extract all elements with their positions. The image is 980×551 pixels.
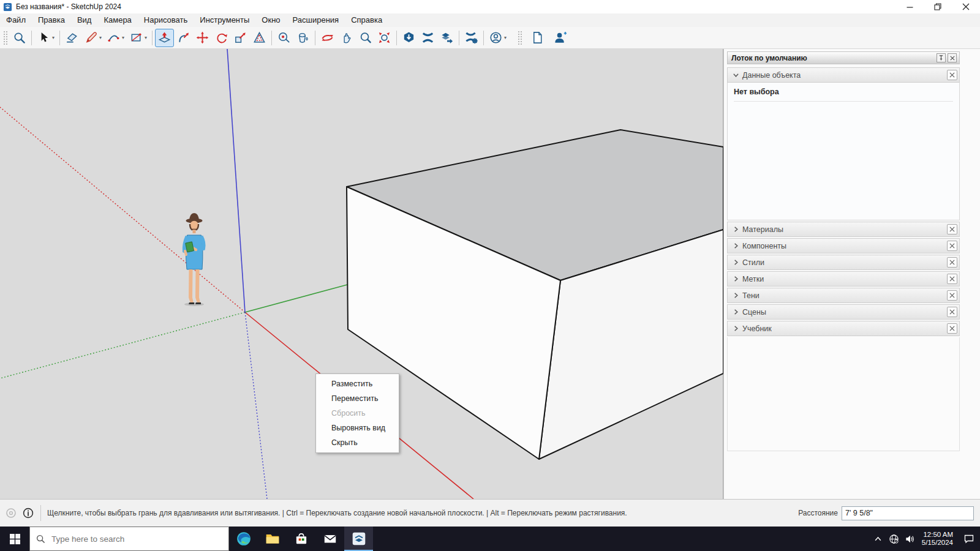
- followme-tool-button[interactable]: [174, 29, 193, 47]
- taskbar-app-file-explorer[interactable]: [258, 527, 287, 551]
- info-button[interactable]: [22, 507, 34, 519]
- close-button[interactable]: [952, 0, 980, 13]
- measurement-label: Расстояние: [798, 509, 838, 517]
- menu-window[interactable]: Окно: [255, 13, 286, 27]
- chevron-right-icon: [733, 276, 742, 282]
- context-item-reset: Сбросить: [316, 406, 399, 421]
- chevron-right-icon: [733, 292, 742, 299]
- menu-draw[interactable]: Нарисовать: [138, 13, 194, 27]
- eraser-tool-button[interactable]: [62, 29, 81, 47]
- geolocation-button[interactable]: [5, 507, 17, 519]
- box-geometry[interactable]: [347, 130, 723, 459]
- offset-tool-button[interactable]: [250, 29, 269, 47]
- viewport-canvas[interactable]: Разместить Переместить Сбросить Выровнят…: [0, 49, 723, 499]
- close-icon: [949, 326, 955, 331]
- zoom-tool-button[interactable]: [356, 29, 375, 47]
- freehand-tool-button[interactable]: [81, 29, 100, 47]
- chevron-right-icon: [733, 309, 742, 315]
- context-item-hide[interactable]: Скрыть: [316, 435, 399, 450]
- taskbar-clock[interactable]: 12:50 AM 5/15/2024: [918, 531, 958, 547]
- taskbar-app-edge[interactable]: [229, 527, 258, 551]
- tray-close-button[interactable]: [948, 53, 957, 62]
- menu-view[interactable]: Вид: [71, 13, 98, 27]
- toolbar-grip[interactable]: [3, 31, 8, 45]
- context-item-align-view[interactable]: Выровнять вид: [316, 421, 399, 435]
- tray-section-scenes[interactable]: Сцены: [727, 304, 960, 320]
- context-item-place[interactable]: Разместить: [316, 377, 399, 391]
- restore-icon: [934, 3, 941, 10]
- menu-edit[interactable]: Правка: [32, 13, 71, 27]
- warehouse-button[interactable]: [399, 29, 418, 47]
- tray-pin-button[interactable]: [937, 53, 946, 62]
- sketchup-logo-icon: [3, 2, 12, 12]
- network-button[interactable]: [886, 534, 902, 544]
- tray-section-label: Сцены: [742, 308, 947, 317]
- taskbar-search[interactable]: [29, 527, 229, 551]
- tray-section-tags[interactable]: Метки: [727, 271, 960, 287]
- restore-button[interactable]: [924, 0, 952, 13]
- extension-manager-button[interactable]: [462, 29, 481, 47]
- taskbar-app-sketchup[interactable]: [344, 527, 373, 551]
- tray-title-bar[interactable]: Лоток по умолчанию: [727, 51, 960, 64]
- tape-measure-tool-button[interactable]: [274, 29, 293, 47]
- context-item-move[interactable]: Переместить: [316, 391, 399, 406]
- section-close-button[interactable]: [947, 70, 957, 80]
- taskbar-app-mail[interactable]: [315, 527, 344, 551]
- section-close-button[interactable]: [947, 241, 957, 251]
- tray-section-label: Учебник: [742, 324, 947, 333]
- start-button[interactable]: [0, 527, 29, 551]
- tray-section-label: Компоненты: [742, 242, 947, 250]
- sign-in-button[interactable]: [486, 29, 505, 47]
- menu-file[interactable]: Файл: [0, 13, 32, 27]
- orbit-tool-button[interactable]: [318, 29, 337, 47]
- search-icon: [12, 31, 26, 45]
- move-tool-button[interactable]: [193, 29, 212, 47]
- menu-help[interactable]: Справка: [345, 13, 388, 27]
- tray-section-components[interactable]: Компоненты: [727, 238, 960, 253]
- taskbar-search-input[interactable]: [51, 534, 222, 544]
- arc-tool-button[interactable]: [104, 29, 123, 47]
- rotate-tool-button[interactable]: [212, 29, 231, 47]
- section-close-button[interactable]: [947, 290, 957, 301]
- paint-bucket-icon: [296, 31, 310, 45]
- systray-chevron-button[interactable]: [870, 535, 886, 543]
- toolbar-grip-2[interactable]: [518, 31, 522, 45]
- section-close-button[interactable]: [947, 257, 957, 268]
- tray-section-materials[interactable]: Материалы: [727, 222, 960, 237]
- section-close-button[interactable]: [947, 274, 957, 284]
- add-person-button[interactable]: [551, 29, 570, 47]
- share-model-button[interactable]: [418, 29, 437, 47]
- tray-section-label: Стили: [742, 258, 947, 267]
- volume-button[interactable]: [902, 534, 918, 544]
- select-tool-button[interactable]: [34, 29, 53, 47]
- minimize-button[interactable]: [895, 0, 924, 13]
- blue-axis: [227, 49, 245, 312]
- tray-section-instructor[interactable]: Учебник: [727, 321, 960, 336]
- taskbar-app-store[interactable]: [287, 527, 315, 551]
- close-icon: [962, 3, 970, 10]
- speaker-icon: [905, 534, 915, 544]
- search-button[interactable]: [10, 29, 29, 47]
- new-document-button[interactable]: [528, 29, 547, 47]
- share-component-button[interactable]: [437, 29, 456, 47]
- menu-camera[interactable]: Камера: [97, 13, 137, 27]
- menu-tools[interactable]: Инструменты: [194, 13, 255, 27]
- pushpull-tool-button[interactable]: [155, 29, 174, 47]
- sketchup-app-icon: [351, 531, 367, 547]
- section-close-button[interactable]: [947, 224, 957, 234]
- section-close-button[interactable]: [947, 307, 957, 317]
- action-center-button[interactable]: [958, 533, 980, 544]
- scale-tool-button[interactable]: [231, 29, 250, 47]
- rectangle-tool-button[interactable]: [127, 29, 146, 47]
- menu-extensions[interactable]: Расширения: [287, 13, 345, 27]
- tray-section-shadows[interactable]: Тени: [727, 288, 960, 303]
- file-explorer-icon: [265, 531, 281, 547]
- paint-bucket-tool-button[interactable]: [293, 29, 312, 47]
- tray-section-object-data[interactable]: Данные объекта: [727, 67, 960, 83]
- measurement-input[interactable]: [842, 506, 974, 520]
- tray-section-styles[interactable]: Стили: [727, 255, 960, 270]
- person-figure[interactable]: [176, 212, 220, 317]
- pan-tool-button[interactable]: [337, 29, 356, 47]
- zoom-extents-button[interactable]: [375, 29, 394, 47]
- section-close-button[interactable]: [947, 323, 957, 334]
